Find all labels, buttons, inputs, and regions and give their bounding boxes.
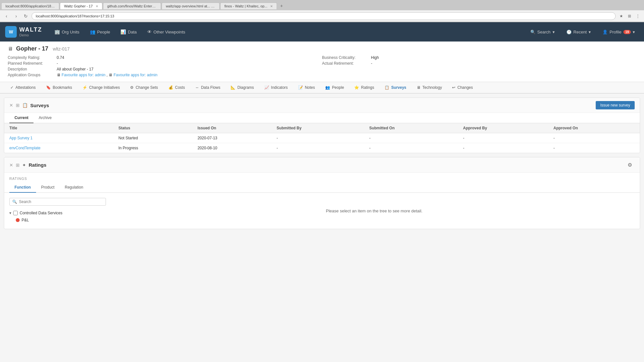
tab-change-sets[interactable]: ⚙ Change Sets [125,82,163,94]
surveys-header-left: ✕ ⊞ 📋 Surveys [9,103,596,108]
main-nav: 🏢 Org Units 👥 People 📊 Data 👁 Other View… [50,27,190,37]
app-group-link-1[interactable]: Favourite apps for: admin [62,73,105,77]
browser-tab-2[interactable]: Waltz Gopher - 17 ✕ [60,3,102,9]
tab-technology[interactable]: 🖥 Technology [412,82,447,94]
search-nav-item[interactable]: 🔍 Search ▾ [526,28,559,36]
ratings-header-left: ✕ ⊞ ✦ Ratings [9,162,625,168]
app-group-link-2[interactable]: Favourite apps for: admin [114,73,157,77]
tab-ratings-label: Ratings [361,85,374,90]
ratings-close-button[interactable]: ✕ [9,162,13,168]
nav-item-data[interactable]: 📊 Data [116,27,141,37]
ratings-tab-regulation[interactable]: Regulation [60,182,88,193]
tab-people-label: People [332,85,344,90]
tree-checkbox-controlled[interactable] [13,211,18,215]
ratings-tab-function[interactable]: Function [9,182,36,193]
business-criticality-value: High [371,55,379,60]
tab-close-4[interactable]: ✕ [213,5,216,8]
tab-notes-label: Notes [305,85,315,90]
survey-2-link[interactable]: envCondTemplate [9,146,41,150]
surveys-section-header: ✕ ⊞ 📋 Surveys Issue new survey [4,98,640,113]
survey-1-link[interactable]: App Survey 1 [9,136,33,140]
surveys-inner-tabs: Current Archive [4,113,640,123]
ratings-label: RATINGS [4,173,640,182]
browser-toolbar: ‹ › ↻ ★ ⊞ ⋮ [0,10,644,22]
issue-survey-button[interactable]: Issue new survey [596,101,635,109]
profile-nav-label: Profile [610,30,621,34]
tab-ratings[interactable]: ⭐ Ratings [349,82,379,94]
tab-changes[interactable]: ↩ Changes [447,82,478,94]
tree-toggle-controlled[interactable]: ▾ [9,211,11,215]
survey-2-status: In Progress [113,143,193,153]
ratings-filter-button[interactable]: ⚙ [625,161,635,169]
extensions-button[interactable]: ⊞ [626,13,633,20]
profile-nav-icon: 👤 [602,30,608,34]
tab-diagrams[interactable]: 📐 Diagrams [225,82,259,94]
browser-tab-4[interactable]: waltz/app overview.html at... ✕ [162,3,220,9]
col-issued-on: Issued On [192,123,271,133]
survey-1-status: Not Started [113,133,193,143]
description-label: Description [8,67,53,71]
browser-tab-1[interactable]: localhost:8000/application/187 ✕ [1,3,59,9]
nav-item-other-viewpoints-label: Other Viewpoints [154,30,185,34]
settings-button[interactable]: ⋮ [634,13,641,20]
business-criticality-row: Business Criticality: High [322,55,636,60]
recent-nav-item[interactable]: 🕐 Recent ▾ [563,28,595,36]
ratings-search-input[interactable] [19,200,103,204]
ratings-section-icon: ✦ [22,162,26,168]
forward-button[interactable]: › [12,12,20,20]
description-value: All about Gopher - 17 [57,67,93,71]
diagrams-icon: 📐 [231,85,235,90]
costs-icon: 💰 [168,85,173,90]
nav-item-org-units[interactable]: 🏢 Org Units [50,27,84,37]
logo-subtitle: Demo [19,33,42,37]
tab-costs[interactable]: 💰 Costs [163,82,190,94]
app-title-row: 🖥 Gopher - 17 wltz-017 [8,45,636,52]
surveys-expand-button[interactable]: ⊞ [16,103,20,108]
indicators-icon: 📈 [264,85,269,90]
ratings-icon: ⭐ [354,85,359,90]
app-logo[interactable]: W WALTZ Demo [5,26,42,38]
back-button[interactable]: ‹ [3,12,10,20]
ratings-expand-button[interactable]: ⊞ [16,162,20,168]
app-info: 🖥 Gopher - 17 wltz-017 Complexity Rating… [0,42,644,82]
logo-text: WALTZ Demo [19,26,42,38]
tab-notes[interactable]: 📝 Notes [293,82,320,94]
surveys-close-button[interactable]: ✕ [9,103,13,108]
profile-nav-item[interactable]: 👤 Profile 19 ▾ [599,28,639,36]
bookmark-button[interactable]: ★ [618,13,625,20]
tab-close-2[interactable]: ✕ [96,5,98,8]
nav-item-data-label: Data [128,30,137,34]
data-icon: 📊 [120,29,126,34]
survey-2-title: envCondTemplate [4,143,113,153]
tab-bookmarks[interactable]: 🔖 Bookmarks [41,82,77,94]
app-code: wltz-017 [53,46,70,51]
description-row: Description All about Gopher - 17 [8,66,322,72]
tab-data-flows[interactable]: ↔ Data Flows [190,82,225,94]
reload-button[interactable]: ↻ [22,12,30,20]
actual-retirement-row: Actual Retirement: - [322,60,636,66]
surveys-table-body: App Survey 1 Not Started 2020-07-13 - - … [4,133,640,153]
tab-changes-label: Changes [457,85,473,90]
tab-attestations[interactable]: ✓ Attestations [5,82,41,94]
nav-item-people[interactable]: 👥 People [85,27,115,37]
browser-tab-5[interactable]: finos - Waltz | Khaitec, op... ✕ [220,3,277,9]
surveys-current-tab[interactable]: Current [9,113,33,123]
tab-close-1[interactable]: ✕ [56,5,59,8]
tab-indicators-label: Indicators [271,85,288,90]
new-tab-button[interactable]: + [278,2,285,10]
survey-2-submitted-on: - [364,143,458,153]
browser-tab-3[interactable]: github.com/finos/Waltz Enterprise... ✕ [103,3,161,9]
tab-indicators[interactable]: 📈 Indicators [259,82,293,94]
surveys-archive-tab[interactable]: Archive [33,113,57,123]
ratings-tab-product[interactable]: Product [36,182,60,193]
ratings-tabs: Function Product Regulation [4,182,640,193]
tab-change-initiatives[interactable]: ⚡ Change Initiatives [77,82,125,94]
planned-retirement-label: Planned Retirement: [8,61,53,66]
tab-people[interactable]: 👥 People [320,82,349,94]
nav-item-other-viewpoints[interactable]: 👁 Other Viewpoints [143,27,190,37]
tab-close-5[interactable]: ✕ [270,5,273,8]
address-bar[interactable] [32,12,616,20]
tab-surveys[interactable]: 📋 Surveys [379,82,412,94]
recent-nav-icon: 🕐 [566,30,572,34]
people-icon: 👥 [90,29,95,34]
